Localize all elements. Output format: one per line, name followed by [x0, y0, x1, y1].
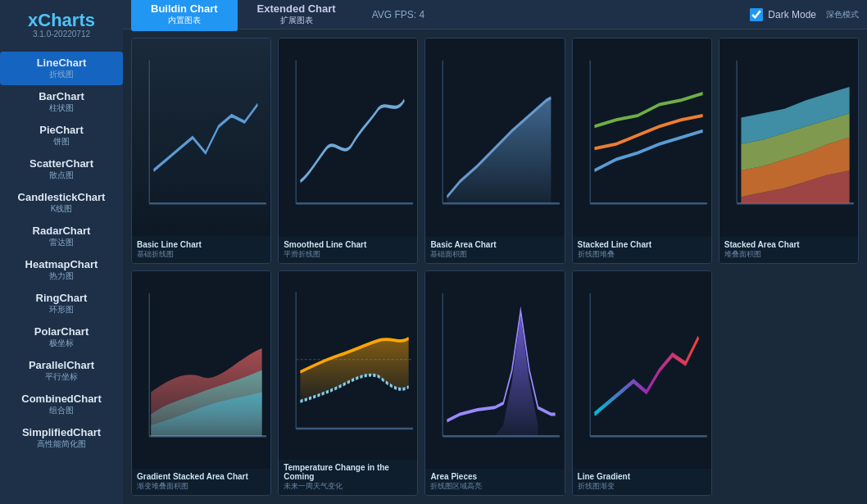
sidebar-item-candlestick[interactable]: CandlestickChartK线图: [0, 186, 123, 220]
chart-card-stacked-area[interactable]: Stacked Area Chart 堆叠面积图: [719, 38, 859, 264]
dark-mode-zh: 深色模式: [826, 9, 859, 20]
sidebar-item-parallel[interactable]: ParallelChart平行坐标: [0, 354, 123, 388]
svg-rect-9: [573, 39, 711, 237]
sidebar-item-heatmap[interactable]: HeatmapChart热力图: [0, 253, 123, 287]
chart-card-smoothed-line[interactable]: Smoothed Line Chart 平滑折线图: [278, 38, 418, 264]
logo: xCharts 3.1.0-20220712: [28, 7, 95, 43]
logo-name: xCharts: [28, 11, 95, 30]
sidebar-item-scatter[interactable]: ScatterChart散点图: [0, 152, 123, 186]
sidebar-item-radar[interactable]: RadarChart雷达图: [0, 220, 123, 253]
charts-grid: Basic Line Chart 基础折线图 Smoothed Line Cha…: [123, 30, 867, 504]
logo-version: 3.1.0-20220712: [28, 30, 95, 39]
fps-display: AVG FPS: 4: [372, 9, 424, 20]
main-content: Buildin Chart 内置图表 Extended Chart 扩展图表 A…: [123, 0, 867, 504]
chart-label-temperature: Temperature Change in the Coming 未来一周天气变…: [279, 460, 417, 495]
sidebar-item-ring[interactable]: RingChart环形图: [0, 287, 123, 320]
chart-card-basic-line[interactable]: Basic Line Chart 基础折线图: [131, 38, 271, 264]
chart-preview-gradient-stacked-area: [132, 271, 270, 470]
chart-label-stacked-line: Stacked Line Chart 折线图堆叠: [573, 237, 711, 263]
chart-preview-stacked-line: [573, 39, 711, 237]
chart-label-gradient-stacked-area: Gradient Stacked Area Chart 渐变堆叠面积图: [132, 469, 270, 495]
dark-mode-checkbox[interactable]: [750, 8, 763, 21]
dark-mode-toggle[interactable]: Dark Mode 深色模式: [750, 8, 859, 21]
tab-buildin[interactable]: Buildin Chart 内置图表: [131, 0, 238, 31]
chart-preview-line-gradient: [573, 271, 711, 470]
chart-preview-stacked-area: [719, 39, 858, 237]
chart-label-area-pieces: Area Pieces 折线图区域高亮: [425, 469, 564, 495]
topbar: Buildin Chart 内置图表 Extended Chart 扩展图表 A…: [123, 0, 867, 30]
sidebar-item-simplified[interactable]: SimplifiedChart高性能简化图: [0, 421, 123, 455]
chart-preview-basic-line: [132, 39, 270, 237]
chart-card-basic-area[interactable]: Basic Area Chart 基础面积图: [424, 38, 565, 264]
svg-rect-0: [132, 39, 270, 237]
svg-rect-3: [279, 39, 417, 237]
chart-card-gradient-stacked-area[interactable]: Gradient Stacked Area Chart 渐变堆叠面积图: [131, 270, 271, 497]
chart-card-stacked-line[interactable]: Stacked Line Chart 折线图堆叠: [572, 38, 712, 264]
chart-label-basic-area: Basic Area Chart 基础面积图: [425, 237, 564, 263]
chart-card-line-gradient[interactable]: Line Gradient 折线图渐变: [572, 270, 712, 497]
sidebar-item-line[interactable]: LineChart折线图: [0, 52, 123, 85]
chart-label-stacked-area: Stacked Area Chart 堆叠面积图: [719, 237, 858, 263]
chart-label-smoothed-line: Smoothed Line Chart 平滑折线图: [279, 237, 417, 263]
svg-rect-22: [425, 271, 564, 470]
sidebar-item-polar[interactable]: PolarChart极坐标: [0, 320, 123, 354]
tab-extended[interactable]: Extended Chart 扩展图表: [238, 0, 356, 31]
sidebar-item-combined[interactable]: CombinedChart组合图: [0, 388, 123, 421]
dark-mode-label: Dark Mode: [768, 9, 816, 20]
chart-preview-area-pieces: [425, 271, 564, 470]
sidebar: xCharts 3.1.0-20220712 LineChart折线图BarCh…: [0, 0, 123, 504]
svg-rect-25: [573, 271, 711, 470]
chart-preview-smoothed-line: [279, 39, 417, 237]
sidebar-item-pie[interactable]: PieChart饼图: [0, 119, 123, 152]
chart-preview-basic-area: [425, 39, 564, 237]
chart-card-area-pieces[interactable]: Area Pieces 折线图区域高亮: [424, 270, 565, 497]
chart-label-basic-line: Basic Line Chart 基础折线图: [132, 237, 270, 263]
chart-preview-temperature: [279, 271, 417, 461]
chart-label-line-gradient: Line Gradient 折线图渐变: [573, 469, 711, 495]
chart-card-temperature[interactable]: Temperature Change in the Coming 未来一周天气变…: [278, 270, 418, 497]
sidebar-item-bar[interactable]: BarChart柱状图: [0, 85, 123, 119]
